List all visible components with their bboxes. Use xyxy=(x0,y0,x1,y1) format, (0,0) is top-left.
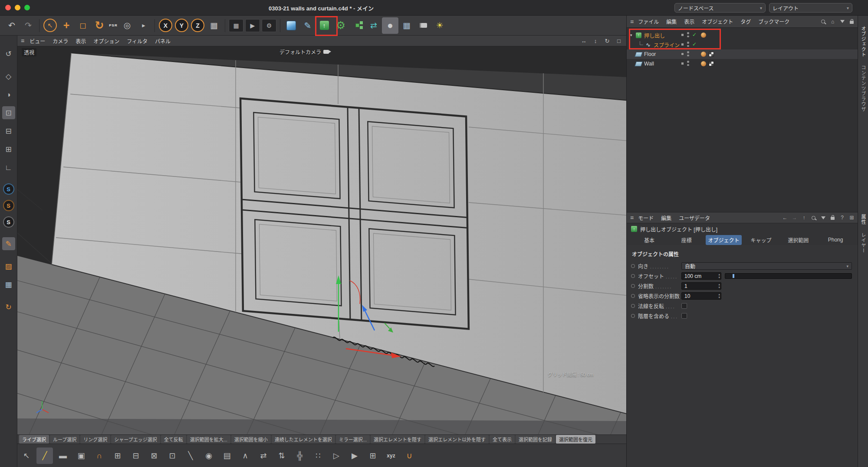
object-manager-menu-item[interactable]: 編集 xyxy=(666,18,677,25)
x-axis-lock[interactable]: X xyxy=(159,19,172,32)
selection-command-button[interactable]: 選択範囲を記録 xyxy=(516,435,555,444)
xyz-axis-icon[interactable]: xyz xyxy=(383,447,399,464)
add-box-icon[interactable]: ⊞ xyxy=(365,447,381,464)
object-icon[interactable] xyxy=(635,32,642,39)
object-row[interactable]: ▾ スプライン ✓ xyxy=(627,40,858,49)
coord-system-icon[interactable]: ▦ xyxy=(206,17,222,34)
camera-label[interactable]: デフォルトカメラ xyxy=(279,48,329,56)
keyframe-circle-icon[interactable] xyxy=(631,314,635,318)
visibility-dots[interactable] xyxy=(687,61,689,66)
selection-command-button[interactable]: 選択エレメント以外を隠す xyxy=(425,435,489,444)
points-mode-icon[interactable]: ⊡ xyxy=(2,106,15,119)
attribute-tab[interactable]: キャップ xyxy=(743,235,779,245)
hamburger-icon[interactable]: ≡ xyxy=(630,214,634,221)
value-slider[interactable] xyxy=(725,273,852,279)
home-icon[interactable]: ⌂ xyxy=(830,19,835,25)
stamp-icon[interactable]: ▣ xyxy=(73,447,89,464)
dolly-view-icon[interactable]: ↕ xyxy=(592,37,599,45)
object-icon[interactable] xyxy=(635,51,642,58)
paint-mode-icon[interactable]: ✎ xyxy=(2,237,15,250)
selection-command-button[interactable]: リング選択 xyxy=(80,435,110,444)
solo-off-icon[interactable]: S xyxy=(3,183,14,195)
viewport-menu-item[interactable]: パネル xyxy=(155,37,171,45)
checkbox[interactable] xyxy=(681,313,687,319)
extrude-tool-icon[interactable]: ⊞ xyxy=(109,447,126,464)
maximize-view-icon[interactable]: □ xyxy=(615,37,623,45)
render-picture-viewer-icon[interactable]: ▶ xyxy=(245,19,260,32)
layer-chip[interactable] xyxy=(681,43,684,46)
selection-command-button[interactable]: ライブ選択 xyxy=(19,435,49,444)
object-manager-menu-item[interactable]: ファイル xyxy=(638,18,659,25)
visibility-dots[interactable] xyxy=(687,51,689,56)
filter-icon[interactable] xyxy=(839,19,845,25)
search-icon[interactable] xyxy=(820,19,826,25)
keyframe-circle-icon[interactable] xyxy=(631,304,635,308)
object-manager-menu-item[interactable]: オブジェクト xyxy=(702,18,733,25)
scale-tool[interactable]: ◻ xyxy=(75,17,91,34)
object-manager-menu-item[interactable]: 表示 xyxy=(684,18,694,25)
viewport-menu-item[interactable]: 表示 xyxy=(76,37,86,45)
redo-icon[interactable]: ↷ xyxy=(20,17,36,34)
phong-tag-icon[interactable] xyxy=(701,61,706,66)
distribute-icon[interactable]: ⇅ xyxy=(273,447,290,464)
lock-icon[interactable] xyxy=(849,19,855,25)
nodespace-select[interactable]: ノードスペース ▾ xyxy=(674,3,766,13)
sds-icon[interactable]: ● xyxy=(382,17,398,34)
undo-icon[interactable]: ↶ xyxy=(3,17,20,34)
keyframe-circle-icon[interactable] xyxy=(631,284,635,288)
camera-icon[interactable] xyxy=(415,17,431,34)
help-icon[interactable]: ? xyxy=(839,215,845,221)
new-panel-icon[interactable]: ⊞ xyxy=(849,215,855,221)
selection-command-button[interactable]: 全て反転 xyxy=(161,435,186,444)
object-icon[interactable] xyxy=(645,42,651,48)
snap-icon[interactable]: ▨ xyxy=(2,260,15,273)
visibility-dots[interactable] xyxy=(687,42,689,47)
object-row[interactable]: ▾ Wall ✓ xyxy=(627,59,858,69)
texture-tag-icon[interactable] xyxy=(709,52,714,57)
expand-arrow-icon[interactable]: ▾ xyxy=(630,33,635,37)
polygons-mode-icon[interactable]: ⊞ xyxy=(2,143,15,156)
move-tool[interactable]: + xyxy=(58,17,75,34)
selection-arrow-icon[interactable]: ↖ xyxy=(18,447,35,464)
dropdown-select[interactable]: 自動 ▾ xyxy=(681,262,852,270)
viewport-menu-item[interactable]: カメラ xyxy=(53,37,68,45)
z-axis-lock[interactable]: Z xyxy=(191,19,204,32)
attribute-manager-menu-item[interactable]: 編集 xyxy=(661,214,671,222)
selection-command-button[interactable]: 選択範囲を縮小 xyxy=(231,435,271,444)
dock-tab[interactable]: オブジェクト xyxy=(860,26,867,57)
arrow-right-icon[interactable]: ▶ xyxy=(346,447,363,464)
extrude-inner-icon[interactable]: ⊟ xyxy=(128,447,144,464)
filter-icon[interactable] xyxy=(820,215,826,221)
hamburger-icon[interactable]: ≡ xyxy=(630,18,634,25)
points-icon[interactable]: ∷ xyxy=(310,447,326,464)
object-label[interactable]: Floor xyxy=(644,51,656,57)
cut-icon[interactable]: ╲ xyxy=(182,447,199,464)
number-input[interactable]: 100 cm ▴▾ xyxy=(681,272,721,280)
iron-icon[interactable]: ▬ xyxy=(55,447,71,464)
number-input[interactable]: 1 ▴▾ xyxy=(681,282,721,290)
last-tool-icon[interactable]: ► xyxy=(135,17,152,34)
symmetry-icon[interactable]: ⇄ xyxy=(365,17,382,34)
object-manager-menu-item[interactable]: タグ xyxy=(740,18,751,25)
dock-tab[interactable]: 属性 xyxy=(860,214,867,225)
checkbox[interactable] xyxy=(681,303,687,309)
object-label[interactable]: Wall xyxy=(644,61,654,67)
coord-swap-icon[interactable]: ◎ xyxy=(119,17,135,34)
phong-tag-icon[interactable] xyxy=(701,52,706,57)
enable-check-icon[interactable]: ✓ xyxy=(692,32,697,38)
extrude-generator-icon[interactable] xyxy=(316,17,332,34)
attribute-tab[interactable]: 基本 xyxy=(631,235,667,245)
selection-command-button[interactable]: 選択範囲を復元 xyxy=(556,435,595,444)
spline-pen-icon[interactable]: ✎ xyxy=(299,17,316,34)
workplane-icon[interactable]: ▦ xyxy=(2,278,15,291)
knife-icon[interactable]: ╱ xyxy=(36,447,53,464)
live-selection-tool[interactable]: ↖ xyxy=(43,19,57,32)
layer-chip[interactable] xyxy=(681,33,684,36)
selection-command-button[interactable]: 連続したエレメントを選択 xyxy=(272,435,335,444)
stack-icon[interactable]: ▤ xyxy=(219,447,235,464)
attribute-tab[interactable]: オブジェクト xyxy=(706,235,742,245)
solo-single-icon[interactable]: S xyxy=(3,200,14,211)
axis-mode-icon[interactable]: ∟ xyxy=(2,161,15,174)
attribute-tab[interactable]: 座標 xyxy=(668,235,705,245)
dock-tab[interactable]: コンテンツブラウザ xyxy=(860,65,867,112)
